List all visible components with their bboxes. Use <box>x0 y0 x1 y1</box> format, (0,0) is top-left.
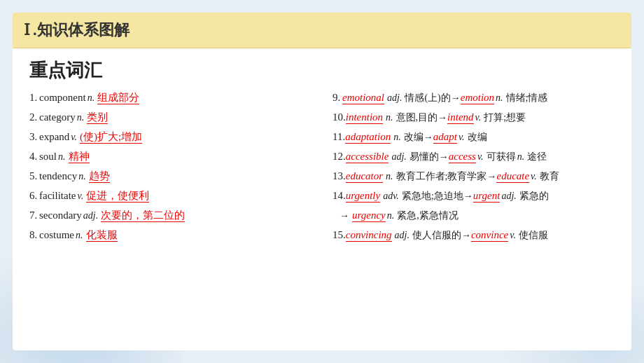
list-item: 12. accessible adj. 易懂的→ access v. 可获得 n… <box>332 151 615 163</box>
list-item: 1. component n. 组成部分 <box>29 93 312 104</box>
header-bar: Ⅰ .知识体系图解 <box>13 13 631 48</box>
list-item: 3. expand v. (使)扩大;增加 <box>29 132 312 144</box>
list-item: → urgency n. 紧急,紧急情况 <box>332 210 615 222</box>
list-item: 6. facilitate v. 促进，使便利 <box>29 191 312 203</box>
list-item: 15. convincing adj. 使人信服的→ convince v. 使… <box>332 230 615 242</box>
header-title: .知识体系图解 <box>33 20 130 41</box>
vocab-grid: 1. component n. 组成部分 2. category n. 类别 3… <box>29 93 615 249</box>
list-item: 5. tendency n. 趋势 <box>29 171 312 183</box>
right-column: 9. emotional adj. 情感(上)的→ emotion n. 情绪;… <box>332 93 615 249</box>
list-item: 2. category n. 类别 <box>29 112 312 124</box>
list-item: 14. urgently adv. 紧急地;急迫地→ urgent adj. 紧… <box>332 191 615 203</box>
content-area: 重点词汇 1. component n. 组成部分 2. category n.… <box>13 48 631 256</box>
list-item: 7. secondary adj. 次要的，第二位的 <box>29 210 312 222</box>
list-item: 4. soul n. 精神 <box>29 151 312 163</box>
list-item: 9. emotional adj. 情感(上)的→ emotion n. 情绪;… <box>332 93 615 104</box>
section-title: 重点词汇 <box>29 58 615 83</box>
header-number: Ⅰ <box>24 21 30 39</box>
list-item: 8. costume n. 化装服 <box>29 230 312 242</box>
list-item: 11. adaptation n. 改编→ adapt v. 改编 <box>332 132 615 144</box>
list-item: 10. intention n. 意图,目的→ intend v. 打算;想要 <box>332 112 615 124</box>
list-item: 13. educator n. 教育工作者;教育学家→ educate v. 教… <box>332 171 615 183</box>
main-card: Ⅰ .知识体系图解 重点词汇 1. component n. 组成部分 2. c… <box>13 13 631 350</box>
left-column: 1. component n. 组成部分 2. category n. 类别 3… <box>29 93 312 249</box>
